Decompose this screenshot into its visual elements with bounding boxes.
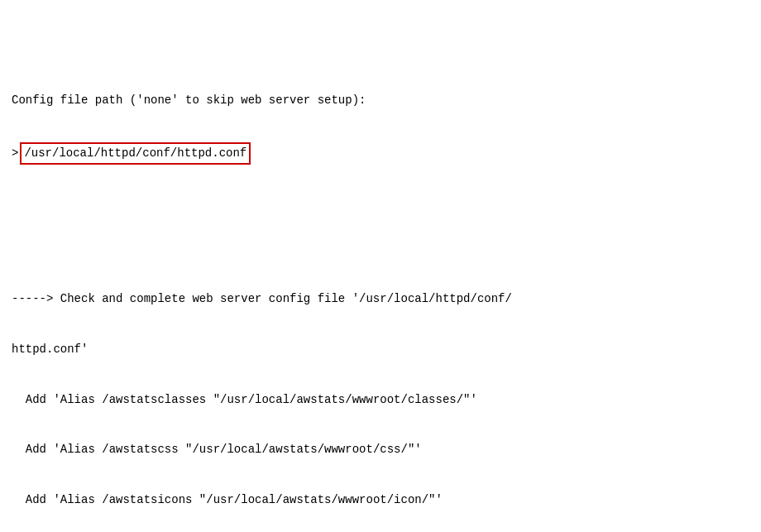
prompt-char: >: [12, 145, 18, 161]
alias-3: Add 'Alias /awstatsicons "/usr/local/aws…: [12, 491, 749, 508]
config-prompt-label: Config file path ('none' to skip web ser…: [12, 92, 749, 108]
check-line-1: -----> Check and complete web server con…: [12, 290, 749, 307]
config-prompt-line: > /usr/local/httpd/conf/httpd.conf: [12, 142, 749, 164]
config-path-value: /usr/local/httpd/conf/httpd.conf: [20, 142, 251, 164]
check-line-2: httpd.conf': [12, 341, 749, 357]
alias-2: Add 'Alias /awstatscss "/usr/local/awsta…: [12, 441, 749, 458]
alias-1: Add 'Alias /awstatsclasses "/usr/local/a…: [12, 391, 749, 408]
terminal-output: Config file path ('none' to skip web ser…: [12, 8, 749, 532]
